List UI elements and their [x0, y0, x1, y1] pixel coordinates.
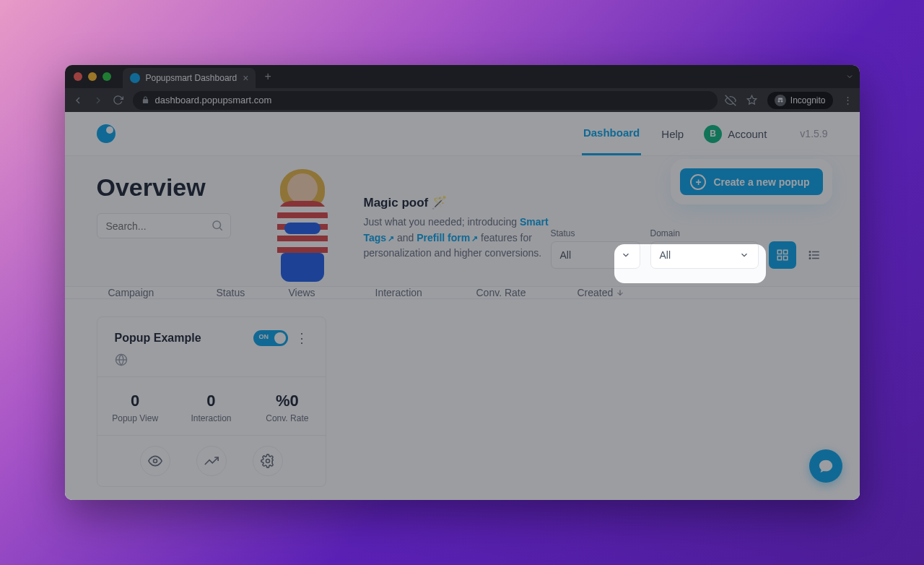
search-icon[interactable] — [211, 219, 224, 232]
gear-icon — [261, 454, 275, 468]
domain-filter-value: All — [660, 249, 671, 261]
status-filter-select[interactable]: All — [551, 241, 640, 269]
svg-point-13 — [809, 254, 811, 256]
svg-point-1 — [777, 100, 780, 102]
window-controls[interactable] — [74, 72, 111, 81]
toggle-label: ON — [259, 333, 269, 340]
nav-forward-icon[interactable] — [92, 95, 105, 106]
account-menu[interactable]: B Account — [704, 125, 767, 143]
svg-rect-6 — [783, 250, 787, 254]
list-view-button[interactable] — [801, 241, 828, 269]
popup-toggle[interactable]: ON — [253, 330, 288, 346]
card-title: Popup Example — [115, 332, 201, 345]
card-analytics-button[interactable] — [196, 446, 227, 476]
card-settings-button[interactable] — [253, 446, 283, 476]
chevron-down-icon — [739, 250, 749, 260]
svg-point-18 — [153, 460, 157, 463]
incognito-label: Incognito — [790, 95, 826, 105]
sort-desc-icon — [616, 288, 624, 297]
chevron-down-icon — [621, 250, 631, 260]
svg-line-4 — [219, 228, 222, 230]
new-tab-button[interactable]: + — [264, 70, 271, 83]
avatar: B — [704, 125, 722, 143]
stat-popup-view: 0 Popup View — [97, 377, 173, 435]
toggle-knob-icon — [274, 332, 286, 344]
browser-menu-icon[interactable]: ⋮ — [843, 95, 853, 105]
nav-reload-icon[interactable] — [113, 95, 126, 105]
eye-icon — [148, 454, 162, 468]
svg-point-3 — [213, 221, 221, 229]
maximize-window-icon[interactable] — [103, 72, 111, 81]
version-label: v1.5.9 — [800, 128, 827, 139]
svg-rect-7 — [783, 256, 787, 260]
list-icon — [808, 249, 821, 262]
svg-marker-0 — [747, 95, 757, 104]
bookmark-star-icon[interactable] — [746, 95, 757, 105]
domain-filter-select[interactable]: All — [650, 241, 759, 269]
popup-card: Popup Example ON ⋮ — [97, 316, 326, 487]
nav-back-icon[interactable] — [72, 95, 85, 106]
domain-filter-label: Domain — [650, 228, 759, 238]
promo-title: Magic poof 🪄 — [364, 195, 573, 210]
incognito-badge[interactable]: Incognito — [767, 92, 833, 109]
url-input[interactable]: dashboard.popupsmart.com — [133, 91, 718, 110]
tab-close-icon[interactable]: × — [243, 72, 248, 84]
svg-point-19 — [266, 460, 269, 463]
app-header: Dashboard Help B Account v1.5.9 — [65, 112, 860, 156]
svg-point-12 — [809, 251, 811, 253]
nav-dashboard[interactable]: Dashboard — [582, 112, 641, 155]
url-text: dashboard.popupsmart.com — [155, 95, 272, 105]
create-popup-button[interactable]: + Create a new popup — [680, 168, 822, 195]
tab-title: Popupsmart Dashboard — [146, 73, 237, 83]
create-popup-label: Create a new popup — [713, 176, 809, 188]
status-filter-label: Status — [551, 228, 640, 238]
browser-tab[interactable]: Popupsmart Dashboard × — [123, 68, 256, 88]
svg-point-2 — [780, 100, 783, 102]
hero-section: Overview Magic poof 🪄 Just what you need… — [65, 156, 860, 287]
app-logo-icon[interactable] — [97, 124, 116, 143]
close-window-icon[interactable] — [74, 72, 82, 81]
grid-view-button[interactable] — [769, 241, 796, 269]
prefill-form-link[interactable]: Prefill form↗ — [417, 232, 478, 243]
chrome-tab-strip: Popupsmart Dashboard × + — [65, 65, 860, 88]
stat-conv: %0 Conv. Rate — [249, 377, 325, 435]
trend-up-icon — [204, 454, 219, 468]
chat-icon — [818, 458, 834, 474]
incognito-icon — [775, 95, 786, 106]
svg-point-14 — [809, 258, 811, 259]
globe-icon — [115, 353, 308, 366]
lock-icon — [141, 96, 149, 104]
svg-rect-8 — [777, 256, 781, 260]
hero-illustration — [263, 166, 342, 289]
tabs-dropdown-icon[interactable] — [845, 72, 854, 81]
eye-off-icon[interactable] — [725, 95, 736, 106]
account-label: Account — [728, 128, 767, 140]
card-preview-button[interactable] — [140, 446, 170, 476]
tab-favicon-icon — [130, 73, 140, 83]
nav-help[interactable]: Help — [660, 113, 685, 155]
page-title: Overview — [97, 173, 241, 202]
grid-icon — [776, 249, 789, 262]
minimize-window-icon[interactable] — [88, 72, 97, 81]
status-filter-value: All — [560, 249, 572, 261]
stat-interaction: 0 Interaction — [173, 377, 249, 435]
promo-text: Magic poof 🪄 Just what you needed; intro… — [364, 173, 573, 262]
browser-address-bar: dashboard.popupsmart.com Incognito ⋮ — [65, 88, 860, 112]
svg-rect-5 — [777, 250, 781, 254]
chat-fab[interactable] — [809, 449, 842, 483]
card-menu-icon[interactable]: ⋮ — [295, 330, 308, 346]
plus-circle-icon: + — [690, 174, 706, 190]
